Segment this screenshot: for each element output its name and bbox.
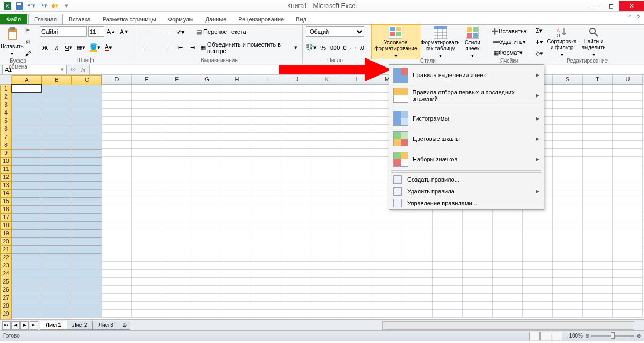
cell[interactable] xyxy=(523,286,553,294)
menu-item[interactable]: Удалить правила▶ xyxy=(389,185,544,197)
cell[interactable] xyxy=(132,109,162,117)
qat-custom-icon[interactable]: ◆▾ xyxy=(49,1,60,11)
cell[interactable] xyxy=(12,181,42,189)
menu-item[interactable]: Цветовые шкалы▶ xyxy=(389,129,544,149)
cell[interactable] xyxy=(102,141,132,149)
cell[interactable] xyxy=(312,101,342,109)
number-format-select[interactable]: Общий xyxy=(306,26,364,37)
cell[interactable] xyxy=(613,310,643,318)
cell[interactable] xyxy=(583,253,613,262)
cell[interactable] xyxy=(162,286,192,294)
cell[interactable] xyxy=(132,294,162,302)
cell[interactable] xyxy=(162,141,192,149)
cell[interactable] xyxy=(12,85,42,93)
cell[interactable] xyxy=(553,286,583,294)
tab-formulas[interactable]: Формулы xyxy=(162,14,200,24)
cell[interactable] xyxy=(583,141,613,149)
cell[interactable] xyxy=(342,294,372,302)
cell[interactable] xyxy=(222,117,252,125)
tab-review[interactable]: Рецензирование xyxy=(232,14,290,24)
cell[interactable] xyxy=(252,253,282,262)
cell[interactable] xyxy=(312,141,342,149)
cell[interactable] xyxy=(42,101,72,109)
cell[interactable] xyxy=(132,197,162,205)
currency-button[interactable]: 💱▾ xyxy=(306,42,317,53)
cell[interactable] xyxy=(463,286,493,294)
cell[interactable] xyxy=(493,229,523,237)
cell[interactable] xyxy=(102,253,132,262)
cell[interactable] xyxy=(42,117,72,125)
column-header-D[interactable]: D xyxy=(102,75,132,85)
cell[interactable] xyxy=(132,117,162,125)
fill-color-button[interactable]: 🪣▾ xyxy=(88,42,102,53)
cell[interactable] xyxy=(282,117,312,125)
cell[interactable] xyxy=(613,197,643,205)
cell[interactable] xyxy=(12,270,42,278)
cell[interactable] xyxy=(192,278,222,286)
cell[interactable] xyxy=(222,310,252,318)
cell[interactable] xyxy=(132,93,162,101)
cell[interactable] xyxy=(72,205,102,213)
horizontal-scrollbar[interactable] xyxy=(382,321,634,330)
cell[interactable] xyxy=(192,237,222,245)
cell[interactable] xyxy=(402,270,433,278)
cell[interactable] xyxy=(252,302,282,310)
cell[interactable] xyxy=(553,294,583,302)
cell[interactable] xyxy=(583,262,613,270)
cell[interactable] xyxy=(433,245,463,253)
cell[interactable] xyxy=(342,101,372,109)
cell[interactable] xyxy=(132,133,162,141)
cell[interactable] xyxy=(433,278,463,286)
autosum-button[interactable]: Σ▾ xyxy=(533,25,545,36)
cell[interactable] xyxy=(222,197,252,205)
cell[interactable] xyxy=(372,253,402,262)
cell[interactable] xyxy=(222,262,252,270)
cell[interactable] xyxy=(42,237,72,245)
cell[interactable] xyxy=(523,278,553,286)
cell[interactable] xyxy=(312,197,342,205)
cell[interactable] xyxy=(42,93,72,101)
cell[interactable] xyxy=(252,286,282,294)
cell[interactable] xyxy=(613,165,643,173)
cell[interactable] xyxy=(192,310,222,318)
cell[interactable] xyxy=(72,294,102,302)
decrease-decimal-button[interactable]: ←.0 xyxy=(354,42,364,53)
cell[interactable] xyxy=(102,173,132,181)
cell[interactable] xyxy=(342,109,372,117)
cell[interactable] xyxy=(583,149,613,157)
cell[interactable] xyxy=(72,213,102,221)
cell[interactable] xyxy=(162,93,192,101)
cell[interactable] xyxy=(553,165,583,173)
cell[interactable] xyxy=(42,205,72,213)
merge-button[interactable]: ▦ Объединить и поместить в центре ▾ xyxy=(199,42,299,53)
align-left-button[interactable]: ≡ xyxy=(140,42,150,53)
cell[interactable] xyxy=(613,149,643,157)
cell[interactable] xyxy=(72,229,102,237)
cell[interactable] xyxy=(192,302,222,310)
cell[interactable] xyxy=(252,133,282,141)
cell[interactable] xyxy=(312,133,342,141)
cell[interactable] xyxy=(222,229,252,237)
cell[interactable] xyxy=(523,310,553,318)
cell[interactable] xyxy=(222,133,252,141)
cell[interactable] xyxy=(433,294,463,302)
cell[interactable] xyxy=(162,262,192,270)
cell[interactable] xyxy=(583,181,613,189)
cell[interactable] xyxy=(282,109,312,117)
cell[interactable] xyxy=(583,221,613,229)
sheet-tab-3[interactable]: Лист3 xyxy=(92,321,119,330)
cell[interactable] xyxy=(12,205,42,213)
cell[interactable] xyxy=(162,197,192,205)
cell[interactable] xyxy=(433,213,463,221)
cell[interactable] xyxy=(342,310,372,318)
cell[interactable] xyxy=(252,221,282,229)
help-icon[interactable]: ? xyxy=(636,14,640,21)
cell[interactable] xyxy=(162,278,192,286)
cell[interactable] xyxy=(433,237,463,245)
column-header-I[interactable]: I xyxy=(252,75,282,85)
cell[interactable] xyxy=(583,133,613,141)
cell[interactable] xyxy=(342,221,372,229)
cell[interactable] xyxy=(12,165,42,173)
cell[interactable] xyxy=(222,93,252,101)
cell[interactable] xyxy=(372,302,402,310)
